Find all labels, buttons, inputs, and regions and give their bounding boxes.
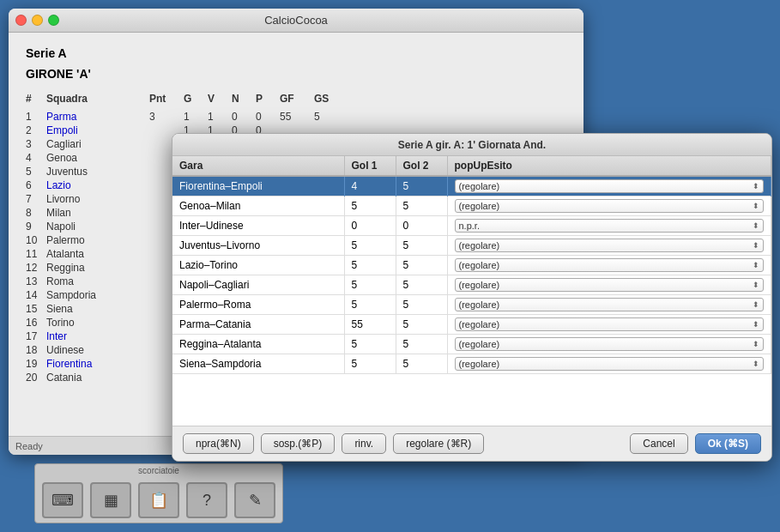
esito-select[interactable]: (regolare) ⬍ [455, 258, 765, 272]
match-row[interactable]: Fiorentina–Empoli 4 5 (regolare) ⬍ [172, 176, 771, 196]
esito-select[interactable]: (regolare) ⬍ [455, 239, 765, 252]
match-gara: Parma–Catania [172, 315, 344, 335]
chevron-down-icon: ⬍ [753, 221, 759, 230]
match-gara: Reggina–Atalanta [172, 335, 344, 354]
match-gara: Fiorentina–Empoli [172, 176, 344, 196]
modal-empty-area [172, 374, 771, 426]
modal-title: Serie A gir. A: 1' Giornata And. [398, 139, 546, 151]
match-esito[interactable]: (regolare) ⬍ [447, 196, 771, 216]
col-header-gol2: Gol 2 [396, 156, 447, 176]
match-gol2: 5 [396, 176, 447, 196]
modal-overlay: Serie A gir. A: 1' Giornata And. Gara Go… [0, 0, 780, 532]
sosp-button[interactable]: sosp.(⌘P) [261, 433, 336, 454]
match-row[interactable]: Juventus–Livorno 5 5 (regolare) ⬍ [172, 236, 771, 256]
match-esito[interactable]: (regolare) ⬍ [447, 176, 771, 196]
match-esito[interactable]: (regolare) ⬍ [447, 295, 771, 315]
esito-value: (regolare) [459, 280, 500, 290]
match-row[interactable]: Palermo–Roma 5 5 (regolare) ⬍ [172, 295, 771, 315]
col-header-gol1: Gol 1 [344, 156, 396, 176]
match-row[interactable]: Parma–Catania 55 5 (regolare) ⬍ [172, 315, 771, 335]
match-esito[interactable]: (regolare) ⬍ [447, 315, 771, 335]
chevron-down-icon: ⬍ [753, 281, 759, 289]
esito-value: (regolare) [459, 299, 500, 310]
match-gara: Genoa–Milan [172, 196, 344, 216]
col-header-gara: Gara [172, 156, 344, 176]
match-gara: Lazio–Torino [172, 256, 344, 275]
modal-dialog: Serie A gir. A: 1' Giornata And. Gara Go… [172, 133, 772, 462]
modal-title-bar: Serie A gir. A: 1' Giornata And. [172, 134, 771, 156]
match-gol1: 5 [344, 295, 396, 315]
match-gara: Juventus–Livorno [172, 236, 344, 256]
match-gol2: 0 [396, 216, 447, 236]
chevron-down-icon: ⬍ [753, 320, 759, 329]
match-esito[interactable]: n.p.r. ⬍ [447, 216, 771, 236]
chevron-down-icon: ⬍ [753, 241, 759, 250]
esito-select[interactable]: (regolare) ⬍ [455, 278, 765, 292]
match-gara: Napoli–Cagliari [172, 275, 344, 295]
esito-value: (regolare) [459, 359, 500, 369]
match-gol1: 5 [344, 275, 396, 295]
regolare-button[interactable]: regolare (⌘R) [393, 433, 484, 454]
esito-value: (regolare) [459, 201, 500, 211]
esito-select[interactable]: (regolare) ⬍ [455, 199, 765, 213]
chevron-down-icon: ⬍ [753, 182, 759, 190]
esito-select[interactable]: (regolare) ⬍ [455, 179, 765, 193]
esito-value: (regolare) [459, 181, 500, 191]
match-esito[interactable]: (regolare) ⬍ [447, 354, 771, 374]
esito-value: (regolare) [459, 260, 500, 270]
ok-button[interactable]: Ok (⌘S) [695, 433, 761, 454]
match-gol2: 5 [396, 295, 447, 315]
chevron-down-icon: ⬍ [753, 340, 759, 348]
matches-body: Fiorentina–Empoli 4 5 (regolare) ⬍ Genoa… [172, 176, 771, 374]
chevron-down-icon: ⬍ [753, 360, 759, 368]
match-row[interactable]: Genoa–Milan 5 5 (regolare) ⬍ [172, 196, 771, 216]
chevron-down-icon: ⬍ [753, 202, 759, 210]
esito-select[interactable]: n.p.r. ⬍ [455, 219, 765, 233]
match-gol2: 5 [396, 275, 447, 295]
table-header-row: Gara Gol 1 Gol 2 popUpEsito [172, 156, 771, 176]
esito-select[interactable]: (regolare) ⬍ [455, 357, 765, 371]
match-gol1: 0 [344, 216, 396, 236]
match-gol2: 5 [396, 196, 447, 216]
modal-body: Gara Gol 1 Gol 2 popUpEsito Fiorentina–E… [172, 156, 771, 426]
esito-select[interactable]: (regolare) ⬍ [455, 298, 765, 311]
match-gol2: 5 [396, 236, 447, 256]
match-esito[interactable]: (regolare) ⬍ [447, 256, 771, 275]
npra-button[interactable]: npra(⌘N) [183, 433, 254, 454]
match-gol2: 5 [396, 256, 447, 275]
cancel-button[interactable]: Cancel [630, 433, 687, 454]
match-gara: Palermo–Roma [172, 295, 344, 315]
match-gol2: 5 [396, 354, 447, 374]
match-gol2: 5 [396, 335, 447, 354]
match-row[interactable]: Napoli–Cagliari 5 5 (regolare) ⬍ [172, 275, 771, 295]
esito-value: (regolare) [459, 240, 500, 251]
match-gara: Inter–Udinese [172, 216, 344, 236]
esito-value: n.p.r. [459, 221, 480, 231]
chevron-down-icon: ⬍ [753, 300, 759, 309]
match-gol2: 5 [396, 315, 447, 335]
esito-select[interactable]: (regolare) ⬍ [455, 317, 765, 331]
esito-value: (regolare) [459, 339, 500, 349]
match-gara: Siena–Sampdoria [172, 354, 344, 374]
match-esito[interactable]: (regolare) ⬍ [447, 236, 771, 256]
esito-value: (regolare) [459, 319, 500, 329]
match-row[interactable]: Inter–Udinese 0 0 n.p.r. ⬍ [172, 216, 771, 236]
rinv-button[interactable]: rinv. [342, 433, 386, 454]
table-header: Gara Gol 1 Gol 2 popUpEsito [172, 156, 771, 176]
match-row[interactable]: Siena–Sampdoria 5 5 (regolare) ⬍ [172, 354, 771, 374]
chevron-down-icon: ⬍ [753, 261, 759, 269]
match-gol1: 5 [344, 335, 396, 354]
match-esito[interactable]: (regolare) ⬍ [447, 335, 771, 354]
match-gol1: 5 [344, 236, 396, 256]
match-gol1: 5 [344, 196, 396, 216]
match-esito[interactable]: (regolare) ⬍ [447, 275, 771, 295]
col-header-popup: popUpEsito [447, 156, 771, 176]
matches-table: Gara Gol 1 Gol 2 popUpEsito Fiorentina–E… [172, 156, 771, 374]
match-gol1: 55 [344, 315, 396, 335]
match-row[interactable]: Lazio–Torino 5 5 (regolare) ⬍ [172, 256, 771, 275]
match-gol1: 5 [344, 256, 396, 275]
match-gol1: 4 [344, 176, 396, 196]
esito-select[interactable]: (regolare) ⬍ [455, 337, 765, 351]
modal-footer: npra(⌘N) sosp.(⌘P) rinv. regolare (⌘R) C… [172, 426, 771, 461]
match-row[interactable]: Reggina–Atalanta 5 5 (regolare) ⬍ [172, 335, 771, 354]
